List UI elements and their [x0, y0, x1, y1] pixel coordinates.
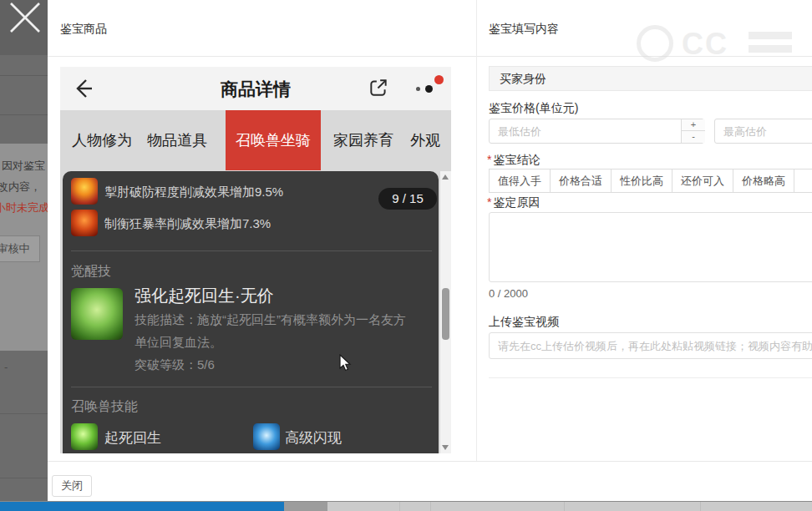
- tab-wupin-daoju[interactable]: 物品道具: [145, 110, 209, 170]
- segment-divider: [430, 502, 431, 511]
- min-price-input-box[interactable]: + -: [489, 119, 704, 144]
- video-label: 上传鉴宝视频: [489, 315, 559, 330]
- product-preview-phone: 商品详情 人物修为 物品道具 召唤兽坐骑 家园养育 外观 掣肘破防程度削减效果增…: [60, 67, 451, 453]
- phone-page-title: 商品详情: [60, 78, 451, 101]
- divider: [0, 75, 48, 76]
- option-zhide-rushou[interactable]: 值得入手: [489, 169, 551, 193]
- image-pager-badge: 9 / 15: [378, 188, 437, 210]
- scroll-up-icon[interactable]: [442, 175, 449, 180]
- background-section: [0, 351, 48, 502]
- divider: [71, 250, 432, 251]
- footer-divider: [48, 461, 812, 462]
- required-mark: *: [487, 195, 491, 209]
- option-jiage-luegao[interactable]: 价格略高: [733, 169, 794, 193]
- awaken-skill-icon: [71, 288, 123, 340]
- conclusion-label: *鉴宝结论: [487, 153, 540, 168]
- option-huanjia-keru[interactable]: 还价可入: [672, 169, 733, 193]
- video-progress-bar[interactable]: [0, 502, 284, 511]
- background-snippet: 因对鉴宝: [2, 159, 45, 174]
- buyer-identity-bar[interactable]: 买家身份: [489, 66, 812, 91]
- notification-dot: [434, 75, 444, 84]
- close-button[interactable]: 关闭: [52, 475, 92, 497]
- watermark-bar: [749, 45, 792, 53]
- spinner-minus-button[interactable]: -: [682, 131, 705, 143]
- number-spinner[interactable]: + -: [681, 119, 704, 143]
- reason-label: *鉴定原因: [487, 195, 540, 210]
- effect-text: 掣肘破防程度削减效果增加9.5%: [104, 185, 283, 200]
- spinner-plus-button[interactable]: +: [682, 119, 705, 131]
- option-partial[interactable]: 价: [794, 169, 812, 193]
- awaken-skill-desc: 单位回复血法。: [134, 335, 222, 351]
- watermark-bar: [749, 32, 792, 39]
- segment-divider: [399, 502, 400, 511]
- background-section: [0, 55, 48, 144]
- max-price-input[interactable]: [715, 119, 812, 143]
- appraisal-modal: 鉴宝商品 鉴宝填写内容 CC 商品详情: [48, 0, 812, 501]
- pet-skill-name: 高级闪现: [285, 428, 342, 448]
- share-icon[interactable]: [368, 77, 389, 102]
- column-divider: [476, 0, 477, 461]
- scroll-down-icon[interactable]: [442, 445, 449, 450]
- effect-fire-icon: [71, 178, 98, 205]
- pet-skill-name: 起死回生: [104, 428, 161, 448]
- mouse-cursor: [339, 354, 352, 376]
- effect-fire-icon: [71, 210, 98, 236]
- pet-skill-icon-green: [71, 423, 98, 450]
- price-label: 鉴宝价格(单位元): [489, 101, 578, 116]
- awaken-skill-desc: 技能描述：施放“起死回生”有概率额外为一名友方: [134, 312, 406, 328]
- max-price-input-box[interactable]: [714, 119, 812, 144]
- segment-divider: [700, 502, 701, 511]
- horizontal-scrollbar[interactable]: [284, 502, 812, 511]
- divider: [71, 387, 432, 387]
- awaken-skill-name: 强化起死回生·无价: [134, 285, 274, 307]
- screen: 因对鉴宝 改内容， 小时未完成 审核中 - 鉴宝商品 鉴宝填写内容 CC: [0, 0, 812, 511]
- effect-text: 制衡狂暴率削减效果增加7.3%: [104, 216, 271, 232]
- background-snippet: 改内容，: [0, 180, 41, 195]
- divider: [489, 377, 812, 378]
- option-xingjiabi-gao[interactable]: 性价比高: [611, 169, 672, 193]
- more-dots-icon[interactable]: [425, 85, 433, 93]
- pet-skill-icon-blue: [253, 423, 280, 450]
- video-link-input[interactable]: [490, 333, 812, 358]
- option-jiage-heshi[interactable]: 价格合适: [550, 169, 612, 193]
- status-badge-under-review: 审核中: [0, 235, 40, 262]
- min-price-input[interactable]: [490, 119, 703, 143]
- char-counter: 0 / 2000: [489, 287, 528, 300]
- divider: [0, 478, 48, 478]
- divider: [0, 114, 48, 115]
- cc-logo-icon: [637, 25, 673, 62]
- conclusion-options: 值得入手 价格合适 性价比高 还价可入 价格略高 价: [489, 169, 812, 193]
- modal-left-title: 鉴宝商品: [60, 22, 107, 37]
- modal-right-title: 鉴宝填写内容: [489, 22, 559, 37]
- awaken-skill-section-title: 觉醒技: [71, 263, 111, 281]
- divider: [0, 413, 48, 414]
- pet-skill-section-title: 召唤兽技能: [71, 398, 138, 416]
- item-detail-panel: 掣肘破防程度削减效果增加9.5% 9 / 15 制衡狂暴率削减效果增加7.3% …: [63, 171, 439, 453]
- close-icon[interactable]: [5, 0, 43, 38]
- background-warning-text: 小时未完成: [0, 200, 49, 215]
- more-dots-icon[interactable]: [416, 87, 420, 91]
- background-page: 因对鉴宝 改内容， 小时未完成 审核中 -: [0, 0, 48, 511]
- awaken-skill-break-level: 突破等级：5/6: [134, 357, 215, 373]
- tab-renwu-xiuwei[interactable]: 人物修为: [70, 110, 134, 170]
- scrollbar-thumb[interactable]: [442, 288, 449, 340]
- scrollbar-thumb[interactable]: [284, 502, 327, 511]
- tab-jiayuan-yangyu[interactable]: 家园养育: [332, 110, 395, 170]
- phone-scrollbar[interactable]: [440, 171, 451, 453]
- required-mark: *: [487, 153, 491, 166]
- cc-watermark: CC: [633, 23, 800, 67]
- background-dash: -: [4, 361, 8, 373]
- watermark-text: CC: [682, 27, 728, 62]
- tab-zhaohuanshou-zuoqi[interactable]: 召唤兽坐骑: [226, 110, 321, 170]
- video-link-input-box[interactable]: [489, 332, 812, 359]
- tab-waiguan[interactable]: 外观: [408, 110, 443, 170]
- segment-divider: [564, 502, 565, 511]
- reason-textarea[interactable]: [489, 212, 812, 282]
